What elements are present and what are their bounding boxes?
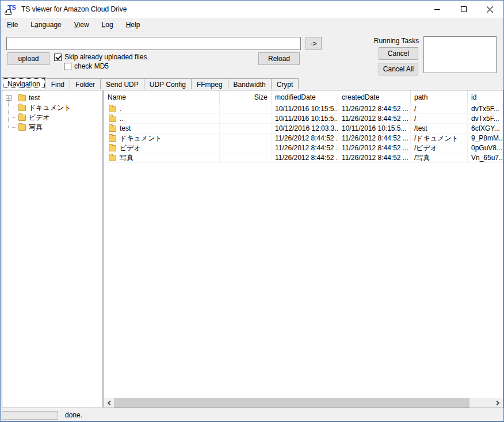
tab-send-udp[interactable]: Send UDP bbox=[100, 78, 144, 89]
main-area: test ドキュメント ビデオ 写真 Name Size bbox=[1, 89, 503, 409]
table-row[interactable]: test 10/12/2016 12:03:3... 10/11/2016 10… bbox=[104, 124, 503, 134]
running-tasks-list[interactable] bbox=[423, 36, 497, 73]
chevron-right-icon bbox=[495, 400, 499, 405]
column-header-name[interactable]: Name bbox=[104, 90, 220, 104]
running-tasks-label: Running Tasks bbox=[372, 37, 421, 45]
tree-branch-line bbox=[12, 117, 17, 118]
tree-item-label: ドキュメント bbox=[29, 104, 71, 112]
close-button[interactable] bbox=[477, 1, 503, 18]
cloud-icon bbox=[5, 11, 12, 15]
tree-item-label: 写真 bbox=[29, 123, 43, 131]
table-row[interactable]: .. 10/11/2016 10:15:5... 11/26/2012 8:44… bbox=[104, 114, 503, 124]
tree-item-label: test bbox=[29, 94, 40, 102]
folder-icon bbox=[18, 95, 26, 101]
tab-udp-config[interactable]: UDP Config bbox=[144, 78, 192, 89]
scroll-left-button[interactable] bbox=[104, 398, 114, 408]
scrollbar-thumb[interactable] bbox=[114, 398, 469, 408]
scroll-right-button[interactable] bbox=[493, 398, 503, 408]
folder-icon bbox=[18, 115, 26, 121]
file-list-header: Name Size modifiedDate createdDate path … bbox=[104, 90, 503, 104]
tree-branch-line bbox=[12, 108, 17, 108]
close-icon bbox=[487, 6, 494, 13]
skip-uploaded-checkbox[interactable]: Skip already uploaded files bbox=[54, 53, 147, 61]
folder-icon bbox=[109, 106, 116, 112]
table-row[interactable]: ドキュメント 11/26/2012 8:44:52 ... 11/26/2012… bbox=[104, 134, 503, 143]
menu-log[interactable]: Log bbox=[96, 18, 120, 32]
tab-strip: Navigation Find Folder Send UDP UDP Conf… bbox=[1, 77, 503, 89]
tree-item-label: ビデオ bbox=[29, 113, 50, 121]
folder-icon bbox=[109, 126, 116, 132]
chevron-left-icon bbox=[108, 400, 112, 405]
folder-icon bbox=[109, 116, 116, 122]
upload-button[interactable]: upload bbox=[7, 52, 49, 65]
checkbox-unchecked-icon bbox=[64, 63, 71, 70]
window-controls bbox=[424, 1, 503, 18]
maximize-icon bbox=[461, 6, 467, 12]
column-header-id[interactable]: id bbox=[468, 90, 503, 104]
go-button[interactable]: -> bbox=[306, 37, 322, 50]
column-header-size[interactable]: Size bbox=[220, 90, 272, 104]
folder-tree-panel: test ドキュメント ビデオ 写真 bbox=[2, 90, 102, 408]
checkbox-checked-icon bbox=[54, 54, 62, 61]
progress-bar bbox=[2, 411, 58, 420]
minimize-button[interactable] bbox=[424, 1, 450, 18]
menu-view[interactable]: View bbox=[68, 18, 96, 32]
column-header-created[interactable]: createdDate bbox=[338, 90, 411, 104]
folder-icon bbox=[109, 145, 116, 151]
folder-icon bbox=[109, 155, 116, 161]
tab-navigation[interactable]: Navigation bbox=[2, 77, 46, 89]
tree-item-test[interactable]: test bbox=[2, 93, 102, 103]
skip-uploaded-label: Skip already uploaded files bbox=[64, 53, 147, 61]
reload-button[interactable]: Reload bbox=[258, 52, 300, 65]
tab-bandwidth[interactable]: Bandwidth bbox=[228, 78, 272, 89]
window-title: TS viewer for Amazon Cloud Drive bbox=[21, 5, 127, 13]
file-list-panel: Name Size modifiedDate createdDate path … bbox=[104, 90, 503, 408]
maximize-button[interactable] bbox=[450, 1, 477, 18]
app-window: TS TS viewer for Amazon Cloud Drive File… bbox=[0, 0, 504, 422]
folder-icon bbox=[109, 135, 116, 142]
tree-item-documents[interactable]: ドキュメント bbox=[2, 103, 102, 113]
tree-branch-line bbox=[12, 127, 17, 128]
status-text: done. bbox=[65, 411, 82, 419]
status-bar: done. bbox=[1, 409, 503, 421]
column-header-modified[interactable]: modifiedDate bbox=[272, 90, 338, 104]
menu-file[interactable]: File bbox=[1, 18, 24, 32]
menu-language[interactable]: Language bbox=[24, 18, 67, 32]
check-md5-label: check MD5 bbox=[74, 62, 109, 70]
expand-plus-icon[interactable] bbox=[6, 95, 12, 101]
folder-icon bbox=[18, 105, 26, 111]
column-header-path[interactable]: path bbox=[411, 90, 468, 104]
table-row[interactable]: ビデオ 11/26/2012 8:44:52 ... 11/26/2012 8:… bbox=[104, 143, 503, 153]
cancel-all-button[interactable]: Cancel All bbox=[379, 63, 418, 75]
tree-item-photos[interactable]: 写真 bbox=[2, 123, 102, 132]
table-row[interactable]: 写真 11/26/2012 8:44:52 ... 11/26/2012 8:4… bbox=[104, 153, 503, 163]
check-md5-checkbox[interactable]: check MD5 bbox=[64, 62, 109, 70]
title-bar[interactable]: TS TS viewer for Amazon Cloud Drive bbox=[1, 1, 503, 18]
folder-icon bbox=[18, 124, 26, 131]
app-icon: TS bbox=[5, 3, 18, 16]
tab-folder[interactable]: Folder bbox=[70, 78, 101, 89]
upload-toolbar: -> upload Skip already uploaded files ch… bbox=[1, 32, 503, 77]
upload-path-input[interactable] bbox=[6, 37, 301, 50]
table-row[interactable]: . 10/11/2016 10:15:5... 11/26/2012 8:44:… bbox=[104, 104, 503, 114]
tab-find[interactable]: Find bbox=[45, 78, 70, 89]
menu-bar: File Language View Log Help bbox=[1, 18, 503, 32]
tab-ffmpeg[interactable]: FFmpeg bbox=[191, 78, 228, 89]
menu-help[interactable]: Help bbox=[120, 18, 147, 32]
tab-crypt[interactable]: Crypt bbox=[271, 78, 299, 89]
horizontal-scrollbar[interactable] bbox=[104, 398, 503, 408]
cancel-button[interactable]: Cancel bbox=[379, 47, 418, 60]
minimize-icon bbox=[434, 9, 440, 10]
tree-item-videos[interactable]: ビデオ bbox=[2, 113, 102, 123]
